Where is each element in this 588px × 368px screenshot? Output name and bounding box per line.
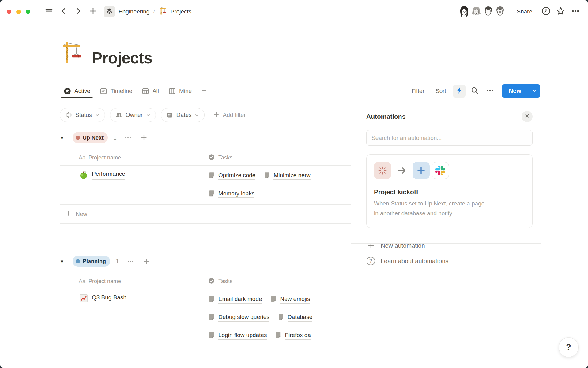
forward-button[interactable] xyxy=(73,6,84,17)
new-row-button[interactable]: New xyxy=(60,205,351,224)
zoom-window-button[interactable] xyxy=(26,10,30,14)
filter-chip-dates[interactable]: Dates xyxy=(161,108,205,122)
status-pill[interactable]: Planning xyxy=(73,256,110,267)
filter-chip-owner[interactable]: Owner xyxy=(110,108,156,122)
page-more-button[interactable] xyxy=(570,6,581,17)
collaborator-avatars xyxy=(457,4,507,19)
task-link[interactable]: Minimize netw xyxy=(263,172,310,180)
view-toolbar: Active Timeline All Mine Filter Sort xyxy=(60,84,540,98)
help-button[interactable]: ? xyxy=(559,337,579,357)
breadcrumb-workspace[interactable]: Engineering xyxy=(119,8,149,15)
page-title: Projects xyxy=(92,50,152,67)
minimize-window-button[interactable] xyxy=(16,10,21,14)
task-link[interactable]: Email dark mode xyxy=(208,295,262,304)
page-icon xyxy=(208,172,215,180)
workspace-icon[interactable] xyxy=(104,6,115,17)
task-link[interactable]: Memory leaks xyxy=(208,190,254,198)
new-record-dropdown[interactable] xyxy=(528,84,540,98)
column-header-project-name[interactable]: Aa Project name xyxy=(60,155,198,161)
tab-active[interactable]: Active xyxy=(60,84,94,98)
task-link[interactable]: Firefox da xyxy=(275,332,311,340)
plus-icon xyxy=(89,7,97,17)
automation-card[interactable]: Project kickoff When Status set to Up Ne… xyxy=(366,154,533,228)
new-automation-label: New automation xyxy=(381,242,425,249)
project-name-cell[interactable]: Q3 Bug Bash xyxy=(60,289,198,346)
close-panel-button[interactable] xyxy=(522,111,533,122)
automations-title: Automations xyxy=(366,113,405,120)
view-more-button[interactable] xyxy=(484,85,496,98)
new-page-button[interactable] xyxy=(88,6,98,17)
group-up-next: ▼ Up Next 1 Aa Project name Tasks xyxy=(60,132,351,224)
table-row[interactable]: Performance Optimize code Minimize netw … xyxy=(60,166,351,205)
project-title-link[interactable]: Performance xyxy=(92,169,125,180)
new-automation-button[interactable]: New automation xyxy=(366,241,533,250)
task-label: Debug slow queries xyxy=(218,314,270,322)
avatar[interactable] xyxy=(457,4,472,19)
add-filter-button[interactable]: Add filter xyxy=(209,111,249,120)
task-link[interactable]: Optimize code xyxy=(208,172,255,180)
collapse-triangle-icon[interactable]: ▼ xyxy=(60,259,68,264)
page-icon xyxy=(208,190,215,198)
breadcrumb-page-label: Projects xyxy=(171,8,192,15)
sort-button[interactable]: Sort xyxy=(431,88,450,94)
plus-icon xyxy=(200,87,208,95)
task-link[interactable]: Database xyxy=(277,313,312,322)
plus-icon xyxy=(65,209,72,218)
group-count: 1 xyxy=(113,134,117,141)
filter-button[interactable]: Filter xyxy=(407,88,429,94)
updates-button[interactable] xyxy=(540,6,552,17)
project-name-cell[interactable]: Performance xyxy=(60,166,198,204)
nav-group xyxy=(44,6,98,17)
tab-label: Mine xyxy=(179,88,192,94)
task-link[interactable]: Login flow updates xyxy=(208,332,267,340)
automation-search[interactable] xyxy=(366,130,533,146)
task-link[interactable]: New emojis xyxy=(270,295,310,304)
back-button[interactable] xyxy=(58,6,69,17)
close-icon xyxy=(524,113,530,120)
top-bar: Engineering / Projects Share xyxy=(0,0,588,23)
tab-all[interactable]: All xyxy=(138,84,163,98)
add-view-button[interactable] xyxy=(197,87,211,95)
group-more-button[interactable] xyxy=(124,134,132,142)
filter-chip-status[interactable]: Status xyxy=(60,108,105,122)
tab-mine[interactable]: Mine xyxy=(164,84,195,98)
window-controls xyxy=(7,10,30,14)
automations-panel-footer: New automation ? Learn about automations xyxy=(366,241,533,265)
group-add-button[interactable] xyxy=(142,257,150,265)
new-record-button[interactable]: New xyxy=(502,84,540,98)
automation-description: When Status set to Up Next, create a pag… xyxy=(374,199,487,218)
automation-search-input[interactable] xyxy=(367,135,532,141)
group-add-button[interactable] xyxy=(140,134,148,142)
breadcrumb-separator: / xyxy=(153,8,155,15)
automation-title: Project kickoff xyxy=(374,188,525,196)
breadcrumb: Engineering / Projects xyxy=(119,6,191,17)
slack-icon xyxy=(432,162,449,179)
breadcrumb-page[interactable]: Projects xyxy=(159,6,192,17)
collapse-triangle-icon[interactable]: ▼ xyxy=(60,135,68,140)
learn-about-automations-link[interactable]: ? Learn about automations xyxy=(366,257,533,265)
crane-icon-large[interactable] xyxy=(60,40,86,67)
plus-icon xyxy=(213,111,220,120)
group-more-button[interactable] xyxy=(126,257,134,265)
column-label: Project name xyxy=(89,155,121,161)
column-header-tasks[interactable]: Tasks xyxy=(198,154,351,162)
task-link[interactable]: Debug slow queries xyxy=(208,313,270,322)
group-planning: ▼ Planning 1 Aa Project name Tasks xyxy=(60,255,351,346)
add-filter-label: Add filter xyxy=(223,112,246,118)
calendar-icon xyxy=(166,111,173,119)
share-button[interactable]: Share xyxy=(517,8,532,15)
sidebar-toggle-button[interactable] xyxy=(44,6,54,17)
search-button[interactable] xyxy=(468,85,481,98)
close-window-button[interactable] xyxy=(7,10,11,14)
table-row[interactable]: Q3 Bug Bash Email dark mode New emojis D… xyxy=(60,289,351,346)
green-apple-icon xyxy=(79,170,89,181)
task-label: Email dark mode xyxy=(218,296,262,304)
tab-timeline[interactable]: Timeline xyxy=(96,84,136,98)
column-header-tasks[interactable]: Tasks xyxy=(198,277,351,286)
new-record-label[interactable]: New xyxy=(502,84,528,98)
automations-button[interactable] xyxy=(453,85,466,98)
status-pill[interactable]: Up Next xyxy=(73,132,108,143)
column-header-project-name[interactable]: Aa Project name xyxy=(60,278,198,285)
favorite-button[interactable] xyxy=(555,6,567,17)
project-title-link[interactable]: Q3 Bug Bash xyxy=(92,293,126,303)
